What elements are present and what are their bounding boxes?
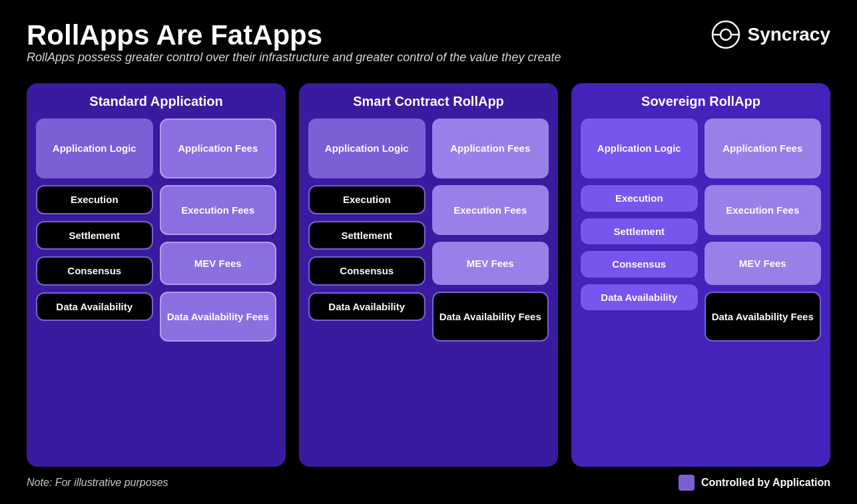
smart-consensus: Consensus (308, 256, 426, 286)
sovereign-grid: Application Logic Execution Settlement C… (581, 119, 821, 457)
column-standard: Standard Application Application Logic E… (27, 83, 286, 467)
standard-app-logic: Application Logic (36, 119, 153, 178)
column-sovereign-title: Sovereign RollApp (581, 94, 821, 109)
sovereign-app-fees: Application Fees (705, 119, 822, 178)
standard-execution: Execution (36, 185, 153, 214)
legend-label: Controlled by Application (701, 477, 830, 489)
sovereign-settlement: Settlement (581, 218, 698, 245)
logo-text: Syncracy (747, 24, 830, 45)
smart-app-logic: Application Logic (308, 119, 426, 178)
sovereign-consensus: Consensus (581, 251, 698, 278)
logo: Syncracy (711, 20, 830, 49)
smart-execution: Execution (308, 185, 426, 214)
sovereign-mev-fees: MEV Fees (705, 242, 822, 285)
title-area: RollApps Are FatApps RollApps possess gr… (27, 20, 561, 77)
svg-point-1 (720, 29, 731, 40)
sovereign-execution: Execution (581, 185, 698, 212)
standard-grid: Application Logic Execution Settlement C… (36, 119, 276, 457)
smart-right: Application Fees Execution Fees MEV Fees… (432, 119, 549, 457)
smart-grid: Application Logic Execution Settlement C… (308, 119, 549, 457)
smart-app-fees: Application Fees (432, 119, 549, 178)
footer-note: Note: For illustrative purposes (27, 477, 168, 489)
header: RollApps Are FatApps RollApps possess gr… (27, 20, 830, 77)
column-sovereign: Sovereign RollApp Application Logic Exec… (571, 83, 830, 467)
sovereign-left: Application Logic Execution Settlement C… (581, 119, 698, 457)
column-smart-title: Smart Contract RollApp (308, 94, 549, 109)
standard-data-availability: Data Availability (36, 292, 153, 322)
standard-right: Application Fees Execution Fees MEV Fees… (160, 119, 277, 457)
standard-settlement: Settlement (36, 221, 153, 250)
smart-data-availability: Data Availability (308, 292, 426, 322)
footer: Note: For illustrative purposes Controll… (27, 475, 830, 491)
sovereign-execution-fees: Execution Fees (705, 185, 822, 235)
smart-execution-fees: Execution Fees (432, 185, 549, 235)
smart-mev-fees: MEV Fees (432, 242, 549, 285)
sovereign-right: Application Fees Execution Fees MEV Fees… (705, 119, 822, 457)
columns-container: Standard Application Application Logic E… (27, 83, 830, 467)
page: RollApps Are FatApps RollApps possess gr… (0, 0, 857, 504)
standard-app-fees: Application Fees (160, 119, 277, 178)
smart-left: Application Logic Execution Settlement C… (308, 119, 426, 457)
standard-da-fees: Data Availability Fees (160, 292, 277, 342)
legend: Controlled by Application (679, 475, 830, 491)
smart-da-fees: Data Availability Fees (432, 292, 549, 342)
standard-left: Application Logic Execution Settlement C… (36, 119, 153, 457)
sovereign-da-fees: Data Availability Fees (705, 292, 822, 342)
standard-consensus: Consensus (36, 256, 153, 286)
page-subtitle: RollApps possess greater control over th… (27, 51, 561, 65)
sovereign-data-availability: Data Availability (581, 284, 698, 311)
syncracy-logo-icon (711, 20, 740, 49)
smart-settlement: Settlement (308, 221, 426, 250)
standard-execution-fees: Execution Fees (160, 185, 277, 235)
legend-box (679, 475, 695, 491)
column-standard-title: Standard Application (36, 94, 276, 109)
column-smart: Smart Contract RollApp Application Logic… (299, 83, 558, 467)
standard-mev-fees: MEV Fees (160, 242, 277, 285)
page-title: RollApps Are FatApps (27, 20, 561, 51)
sovereign-app-logic: Application Logic (581, 119, 698, 178)
